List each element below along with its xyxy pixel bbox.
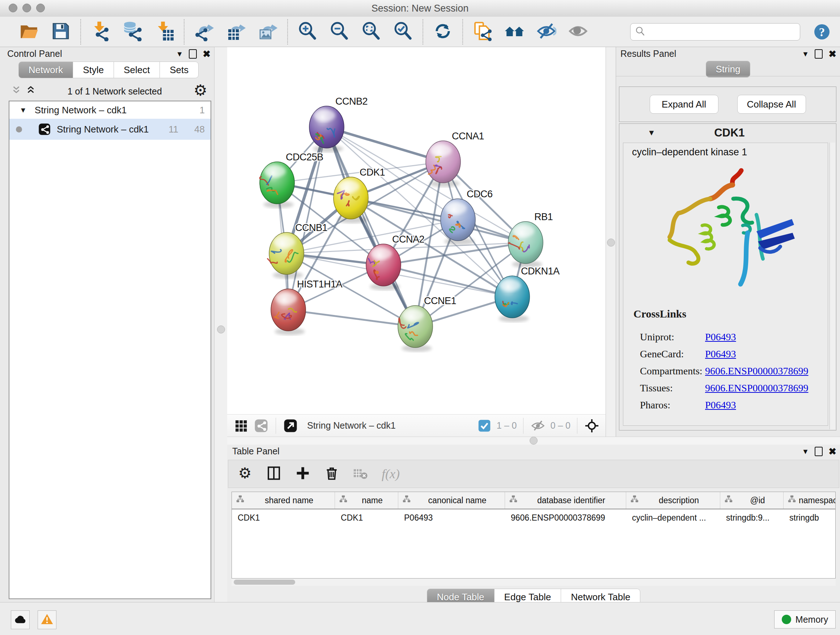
network-node-ccna1[interactable] — [426, 141, 461, 187]
export-table-button[interactable] — [220, 20, 252, 43]
export-network-button[interactable] — [188, 20, 220, 43]
left-splitter[interactable] — [214, 47, 228, 602]
results-scrollbar[interactable] — [829, 143, 835, 429]
column-header-@id[interactable]: @id — [720, 492, 783, 509]
column-header-shared-name[interactable]: shared name — [232, 492, 335, 509]
horizontal-splitter-handle[interactable] — [530, 437, 538, 445]
column-header-namespace[interactable]: namespace — [783, 492, 836, 509]
network-overview-icon[interactable] — [254, 418, 268, 433]
open-session-button[interactable] — [13, 20, 45, 43]
help-button[interactable]: ? — [813, 23, 831, 41]
panel-menu-icon[interactable]: ▼ — [802, 448, 809, 455]
search-input[interactable] — [649, 24, 800, 40]
show-columns-icon[interactable] — [266, 465, 282, 483]
export-image-button[interactable] — [252, 20, 284, 43]
network-node-hist1h1a[interactable] — [271, 289, 306, 335]
delete-column-icon[interactable] — [324, 465, 340, 483]
network-node-ccnb2[interactable] — [309, 106, 344, 152]
column-header-database-identifier[interactable]: database identifier — [505, 492, 626, 509]
table-cell[interactable]: stringdb — [783, 509, 836, 526]
save-session-button[interactable] — [45, 20, 77, 43]
left-splitter-handle[interactable] — [217, 325, 225, 333]
expand-all-networks-icon[interactable] — [25, 85, 36, 97]
expand-all-button[interactable]: Expand All — [650, 95, 718, 114]
zoom-out-button[interactable] — [324, 20, 355, 43]
right-splitter-handle[interactable] — [607, 239, 615, 247]
results-panel-title: Results Panel — [621, 49, 676, 59]
fit-selection-crosshair-icon[interactable] — [584, 418, 599, 433]
table-hscrollbar[interactable] — [232, 578, 836, 586]
table-cell[interactable]: stringdb:9... — [720, 509, 783, 526]
network-options-gear-icon[interactable]: ⚙ — [193, 83, 208, 99]
gene-collapse-icon[interactable]: ▼ — [647, 129, 655, 137]
column-header-canonical-name[interactable]: canonical name — [398, 492, 505, 509]
collection-expand-icon[interactable]: ▼ — [19, 106, 27, 114]
right-splitter[interactable] — [606, 47, 616, 437]
import-table-button[interactable] — [148, 20, 180, 43]
panel-float-icon[interactable] — [815, 447, 823, 456]
create-column-icon[interactable] — [295, 465, 311, 483]
selected-checkbox-icon[interactable] — [477, 418, 492, 433]
crosslink-link[interactable]: 9606.ENSP00000378699 — [705, 365, 808, 377]
clone-network-button[interactable] — [467, 20, 499, 43]
panel-float-icon[interactable] — [815, 49, 823, 59]
tab-style[interactable]: Style — [73, 62, 114, 78]
panel-close-icon[interactable]: ✖ — [829, 447, 836, 456]
crosslink-link[interactable]: 9606.ENSP00000378699 — [705, 382, 808, 394]
horizontal-splitter[interactable] — [227, 437, 840, 445]
refresh-network-button[interactable] — [427, 20, 459, 43]
first-neighbors-button[interactable] — [499, 20, 531, 43]
warnings-button[interactable] — [38, 610, 57, 629]
network-node-rb1[interactable] — [508, 222, 543, 268]
tab-select[interactable]: Select — [114, 62, 160, 78]
table-options-gear-icon[interactable]: ⚙ — [237, 465, 253, 483]
hide-selected-button[interactable] — [531, 20, 562, 43]
cloud-button[interactable] — [11, 610, 30, 629]
column-header-name[interactable]: name — [335, 492, 398, 509]
hidden-eye-icon[interactable] — [531, 418, 545, 433]
crosslink-link[interactable]: P06493 — [705, 348, 736, 360]
column-header-description[interactable]: description — [626, 492, 720, 509]
network-edge[interactable] — [327, 127, 415, 326]
table-cell[interactable]: CDK1 — [335, 509, 398, 526]
zoom-fit-content-button[interactable] — [355, 20, 387, 43]
detach-view-icon[interactable] — [283, 418, 298, 433]
network-row-selected[interactable]: String Network – cdk1 11 48 — [9, 119, 210, 140]
network-edge[interactable] — [288, 310, 415, 326]
show-all-button[interactable] — [562, 20, 594, 43]
tab-string[interactable]: String — [706, 61, 751, 78]
table-cell[interactable]: CDK1 — [232, 509, 335, 526]
crosslink-link[interactable]: P06493 — [705, 399, 736, 411]
crosslink-row: Compartments:9606.ENSP00000378699 — [640, 365, 821, 377]
table-hscroll-thumb[interactable] — [234, 580, 295, 585]
network-edge[interactable] — [327, 127, 443, 162]
import-network-button[interactable] — [85, 20, 117, 43]
collapse-all-button[interactable]: Collapse All — [737, 95, 806, 114]
panel-close-icon[interactable]: ✖ — [829, 49, 836, 59]
panel-menu-icon[interactable]: ▼ — [802, 50, 809, 57]
panel-float-icon[interactable] — [189, 49, 197, 59]
table-row[interactable]: CDK1CDK1P064939606.ENSP00000378699cyclin… — [232, 509, 835, 526]
network-node-ccnb1[interactable] — [268, 233, 304, 279]
zoom-selected-button[interactable] — [387, 20, 419, 43]
import-network-from-database-button[interactable] — [117, 20, 148, 43]
tab-sets[interactable]: Sets — [160, 62, 199, 78]
gene-section-header[interactable]: ▼ CDK1 — [619, 124, 836, 142]
birdseye-view-icon[interactable] — [234, 418, 248, 433]
table-cell[interactable]: cyclin–dependent ... — [626, 509, 720, 526]
zoom-in-button[interactable] — [292, 20, 324, 43]
network-node-ccne1[interactable] — [398, 306, 433, 352]
memory-button[interactable]: Memory — [774, 610, 836, 629]
panel-close-icon[interactable]: ✖ — [202, 49, 210, 59]
network-node-cdc25b[interactable] — [260, 162, 294, 208]
search-box[interactable] — [630, 23, 800, 41]
network-node-cdkn1a[interactable] — [495, 276, 530, 322]
table-cell[interactable]: P06493 — [398, 509, 505, 526]
table-cell[interactable]: 9606.ENSP00000378699 — [505, 509, 626, 526]
tab-network[interactable]: Network — [19, 62, 73, 78]
collapse-all-networks-icon[interactable] — [11, 85, 22, 97]
crosslink-link[interactable]: P06493 — [705, 331, 736, 343]
network-canvas[interactable]: CCNB2CCNA1CDC25BCDK1CDC6RB1CCNB1CCNA2CDK… — [227, 47, 606, 414]
panel-menu-icon[interactable]: ▼ — [176, 50, 183, 57]
network-collection-row[interactable]: ▼ String Network – cdk1 1 — [9, 101, 210, 119]
